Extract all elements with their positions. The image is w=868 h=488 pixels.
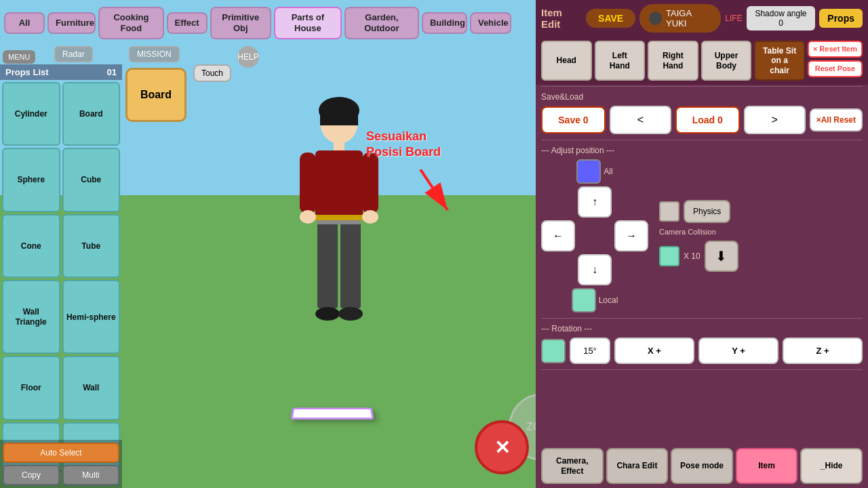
tab-furniture[interactable]: Furniture [47,12,96,34]
tab-primitive-obj[interactable]: Primitive Obj [210,7,271,39]
top-nav-bar: All Furniture Cooking Food Effect Primit… [0,0,515,46]
prop-floor[interactable]: Floor [2,356,60,420]
props-panel-title: Props List [5,67,49,77]
move-down-button[interactable]: ↓ [578,254,612,285]
prop-cone[interactable]: Cone [2,214,60,278]
save-load-title: Save&Load [541,92,863,102]
chara-edit-button[interactable]: Chara Edit [606,448,669,484]
item-edit-title: Item Edit [541,7,582,30]
tab-vehicle[interactable]: Vehicle [470,12,511,34]
help-button[interactable]: HELP [237,46,259,68]
bp-right-hand[interactable]: Right Hand [648,41,698,81]
prop-cube[interactable]: Cube [62,148,121,211]
prop-wall[interactable]: Wall [62,356,121,420]
divider-3 [541,318,863,319]
bp-upper-body[interactable]: Upper Body [701,41,752,81]
close-button[interactable]: ✕ [475,420,529,474]
camera-collision-label: Camera Collision [659,227,716,237]
tab-garden-outdoor[interactable]: Garden, Outdoor [344,7,419,39]
svg-point-14 [315,307,340,321]
shadow-label: Shadow angle [755,9,806,18]
move-left-button[interactable]: ← [541,220,575,251]
props-grid: Cylinder Board Sphere Cube Cone Tube Wal… [0,80,122,488]
all-reset-button[interactable]: ×All Reset [810,108,863,131]
tab-effect[interactable]: Effect [167,12,208,34]
physics-button[interactable]: Physics [684,200,730,223]
svg-rect-3 [320,110,358,125]
shadow-value: 0 [778,18,783,28]
next-slot-button[interactable]: > [744,106,806,134]
item-button[interactable]: Item [736,448,798,484]
props-tab-button[interactable]: Props [819,9,863,28]
adjust-position-title: --- Adjust position --- [541,146,863,155]
prop-hemisphere[interactable]: Hemi-sphere [62,280,121,354]
copy-button[interactable]: Copy [3,465,60,485]
prop-cylinder[interactable]: Cylinder [2,82,60,146]
rotation-row: 15° X + Y + Z + [541,338,863,364]
local-color-swatch[interactable] [572,288,596,312]
rotation-degree-button[interactable]: 15° [570,338,610,364]
svg-rect-5 [315,150,363,218]
rotation-color-swatch[interactable] [541,339,566,363]
bp-left-hand[interactable]: Left Hand [595,41,646,81]
download-icon-button[interactable]: ⬇ [705,241,738,272]
svg-rect-7 [300,152,316,214]
svg-rect-13 [317,220,361,224]
bp-table[interactable]: Table Sit on a chair [754,41,805,81]
username-display: TAIGA YUKI [639,4,721,33]
svg-point-10 [362,210,378,224]
close-icon: ✕ [494,436,510,459]
reset-buttons: × Reset Item Reset Pose [808,41,863,81]
x10-color-swatch [659,246,679,266]
divider-1 [541,86,863,87]
props-panel-header: Props List 01 [0,64,122,80]
svg-point-15 [338,307,363,321]
prop-wall-triangle[interactable]: Wall Triangle [2,280,60,354]
load-slot-button[interactable]: Load 0 [675,106,740,134]
tab-all[interactable]: All [4,12,45,34]
tab-cooking-food[interactable]: Cooking Food [98,7,163,39]
svg-rect-12 [340,220,361,308]
rotate-y-button[interactable]: Y + [698,338,778,364]
bp-head[interactable]: Head [541,41,592,81]
svg-rect-8 [362,152,378,214]
save-button[interactable]: SAVE [586,9,635,28]
pose-mode-button[interactable]: Pose mode [671,448,733,484]
save-slot-button[interactable]: Save 0 [541,106,606,134]
bottom-action-bar: Camera, Effect Chara Edit Pose mode Item… [536,444,868,488]
prop-sphere[interactable]: Sphere [2,148,60,211]
auto-select-button[interactable]: Auto Select [3,443,119,463]
prop-tube[interactable]: Tube [62,214,121,278]
move-up-button[interactable]: ↑ [578,186,612,218]
multi-button[interactable]: Multi [62,465,119,485]
reset-pose-button[interactable]: Reset Pose [808,60,863,77]
rotate-x-button[interactable]: X + [614,338,694,364]
life-label: LIFE [725,14,742,23]
reset-item-button[interactable]: × Reset Item [808,41,863,58]
svg-rect-6 [315,215,363,220]
character-area [203,54,475,434]
character-svg [271,92,407,396]
radar-button[interactable]: Radar [54,46,93,62]
local-label: Local [599,296,618,305]
prev-slot-button[interactable]: < [610,106,671,134]
tab-parts-of-house[interactable]: Parts of House [274,7,342,39]
move-right-button[interactable]: → [614,220,648,251]
x10-label: X 10 [684,251,701,261]
shadow-angle-box: Shadow angle 0 [747,6,816,30]
all-color-swatch[interactable] [576,159,601,184]
mission-button[interactable]: MISSION [129,46,180,62]
rotate-z-button[interactable]: Z + [783,338,863,364]
camera-effect-button[interactable]: Camera, Effect [541,448,604,484]
right-panel-header: Item Edit SAVE TAIGA YUKI LIFE Shadow an… [536,0,868,37]
touch-button[interactable]: Touch [193,64,231,82]
selected-item-display[interactable]: Board [125,68,186,122]
hide-button[interactable]: _Hide [800,448,863,484]
divider-2 [541,140,863,140]
tab-building[interactable]: Building [422,12,467,34]
selected-item-label: Board [140,89,172,101]
menu-button[interactable]: MENU [3,50,35,64]
prop-board[interactable]: Board [62,82,121,146]
all-label: All [604,167,612,176]
props-controls: Auto Select Copy Multi [0,440,122,488]
